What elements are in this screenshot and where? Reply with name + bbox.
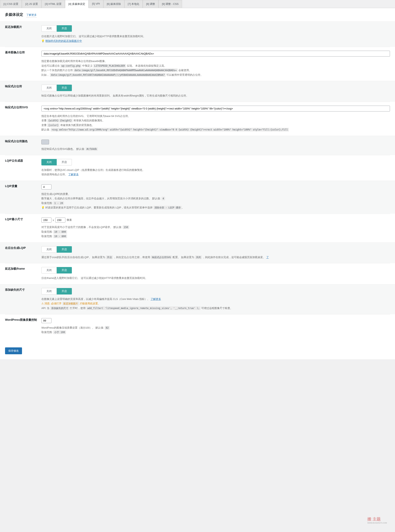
toggle-on[interactable]: 开启 — [57, 267, 72, 273]
section-placeholder: 基本图像占位符 指定要在图像加载完成时用作简单占位符的base64图像。 这也可… — [5, 47, 390, 81]
toggle-lqip-bg: 关闭 开启 — [41, 246, 390, 253]
toggle-off[interactable]: 关闭 — [41, 246, 57, 253]
desc-text: 仅在图片进入视野时加载它们。 这可以通过减少初始HTTP请求数量来改善页面加载时… — [41, 34, 390, 39]
section-lqip-min: LQIP最小尺寸 x 像素 对于宽度和高度均小于这些尺寸的图像，不会发送LQIP… — [5, 214, 390, 242]
settings-tabs: [1] CSS 设置 [2] JS 设置 [3] HTML 设置 [4] 多媒体… — [0, 0, 395, 8]
lqip-min-width[interactable] — [41, 217, 51, 222]
toggle-off[interactable]: 关闭 — [41, 85, 57, 91]
toggle-responsive: 关闭 开启 — [41, 85, 390, 91]
save-button[interactable]: 保存修改 — [5, 347, 22, 354]
label-lazy-iframe: 延迟加载Iframe — [5, 267, 41, 281]
tab-tune-css[interactable]: [9] 调整 - CSS — [159, 0, 182, 8]
toggle-on[interactable]: 开启 — [57, 85, 72, 91]
label-responsive: 响应式占位符 — [5, 85, 41, 98]
cls-learn-more[interactable]: 了解更多 — [151, 298, 161, 300]
toggle-missing-size: 关闭 开启 — [41, 288, 390, 294]
label-lqip-quality: LQIP质量 — [5, 184, 41, 210]
page-heading: 多媒体设定 了解更多 — [5, 12, 390, 17]
label-lqip-cloud: LQIP云生成器 — [5, 159, 41, 177]
toggle-lazy-iframe: 关闭 开启 — [41, 267, 390, 273]
lazy-style-link[interactable]: 增加样式到您的延迟加载图片中 — [45, 39, 82, 42]
toggle-off[interactable]: 关闭 — [41, 159, 57, 166]
section-missing-size: 添加缺失的尺寸 关闭 开启 在图像元素上设置明确的宽度和高度，以减少布局偏移并提… — [0, 284, 395, 314]
toggle-off[interactable]: 关闭 — [41, 267, 57, 273]
tab-tune[interactable]: [8] 调整 — [143, 0, 159, 8]
tab-html[interactable]: [3] HTML 设置 — [41, 0, 65, 8]
section-lqip-cloud: LQIP云生成器 关闭 开启 在加载时，使用QUIC.cloud LQIP（低质… — [5, 155, 390, 181]
toggle-on[interactable]: 开启 — [57, 25, 72, 32]
lqip-quality-input[interactable] — [41, 184, 51, 189]
section-lazy-iframe: 延迟加载Iframe 关闭 开启 仅在Iframe进入视野时加载它们。 这可以通… — [5, 263, 390, 284]
section-lqip-quality: LQIP质量 指定生成LQIP时的质量。 数字越大，生成的占位符分辨率越高，但文… — [0, 181, 395, 214]
tab-vpi[interactable]: [5] VPI — [89, 0, 103, 8]
section-wp-quality: WordPress图像质量控制 WordPress的图像压缩质量设置（满分100… — [5, 314, 390, 338]
label-lazy-img: 延迟加载图片 — [5, 25, 41, 43]
label-lqip-bg: 在后台生成LQIP — [5, 246, 41, 260]
section-lazy-img: 延迟加载图片 关闭 开启 仅在图片进入视野时加载它们。 这可以通过减少初始HTT… — [0, 22, 395, 47]
toggle-lazy-img: 关闭 开启 — [41, 25, 390, 32]
section-responsive: 响应式占位符 关闭 开启 响应式图像占位符可以帮助减少加载图像时的布局重新排列。… — [0, 81, 395, 102]
tab-media[interactable]: [4] 多媒体设定 — [65, 0, 89, 8]
color-input[interactable] — [41, 139, 49, 144]
label-lqip-min: LQIP最小尺寸 — [5, 217, 41, 239]
tab-localize[interactable]: [7] 本地化 — [124, 0, 143, 8]
section-svg: 响应式占位符SVG 指定在本地生成时用作占位符的SVG。 它将即时转换为base… — [5, 102, 390, 136]
label-placeholder: 基本图像占位符 — [5, 51, 41, 77]
wp-quality-input[interactable] — [41, 318, 51, 323]
label-wp-quality: WordPress图像质量控制 — [5, 318, 41, 335]
toggle-on[interactable]: 开启 — [57, 246, 72, 253]
label-missing-size: 添加缺失的尺寸 — [5, 288, 41, 311]
learn-more-link[interactable]: 了解更多 — [26, 13, 37, 17]
toggle-off[interactable]: 关闭 — [41, 25, 57, 32]
section-lqip-bg: 在后台生成LQIP 关闭 开启 通过基于cron的队列在后台自动生成LQIP。 … — [0, 242, 395, 263]
placeholder-input[interactable] — [41, 51, 390, 56]
toggle-lqip-cloud: 关闭 开启 — [41, 159, 390, 166]
tab-exclude[interactable]: [6] 媒体排除 — [103, 0, 124, 8]
label-svg-color: 响应式占位符颜色 — [5, 139, 41, 151]
lqip-min-height[interactable] — [55, 217, 66, 222]
toggle-on[interactable]: 开启 — [57, 288, 72, 294]
toggle-off[interactable]: 关闭 — [41, 288, 57, 294]
svg-input[interactable] — [41, 106, 390, 111]
label-svg: 响应式占位符SVG — [5, 106, 41, 132]
lqip-learn-more[interactable]: 了解更多 — [68, 173, 79, 176]
toggle-on[interactable]: 开启 — [57, 159, 72, 166]
page-title: 多媒体设定 — [5, 12, 23, 17]
tab-js[interactable]: [2] JS 设置 — [22, 0, 41, 8]
section-svg-color: 响应式占位符颜色 指定响应式占位符SVG颜色。 默认值: #cfd4db — [0, 136, 395, 155]
tab-css[interactable]: [1] CSS 设置 — [0, 0, 22, 8]
